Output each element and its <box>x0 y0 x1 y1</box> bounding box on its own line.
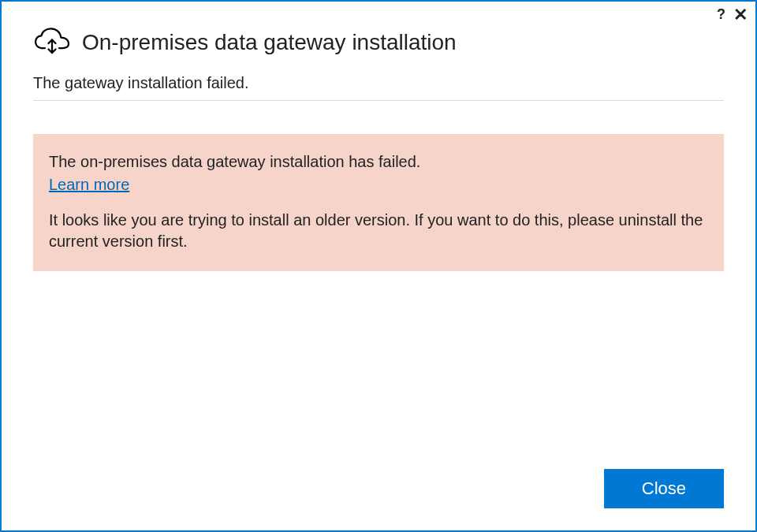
installer-window: ? ✕ On-premises data gateway installatio… <box>0 0 757 532</box>
cloud-gateway-icon <box>33 25 71 60</box>
header: On-premises data gateway installation <box>2 2 755 74</box>
titlebar-controls: ? ✕ <box>717 6 748 23</box>
page-title: On-premises data gateway installation <box>82 30 457 55</box>
error-detail: It looks like you are trying to install … <box>49 210 708 252</box>
error-summary: The on-premises data gateway installatio… <box>49 151 708 173</box>
footer: Close <box>2 469 755 530</box>
close-icon[interactable]: ✕ <box>733 8 748 22</box>
help-icon[interactable]: ? <box>717 6 725 23</box>
error-panel: The on-premises data gateway installatio… <box>33 134 724 271</box>
content-area: The gateway installation failed. The on-… <box>2 74 755 469</box>
close-button[interactable]: Close <box>604 469 724 508</box>
status-message: The gateway installation failed. <box>33 74 724 101</box>
learn-more-link[interactable]: Learn more <box>49 176 129 193</box>
